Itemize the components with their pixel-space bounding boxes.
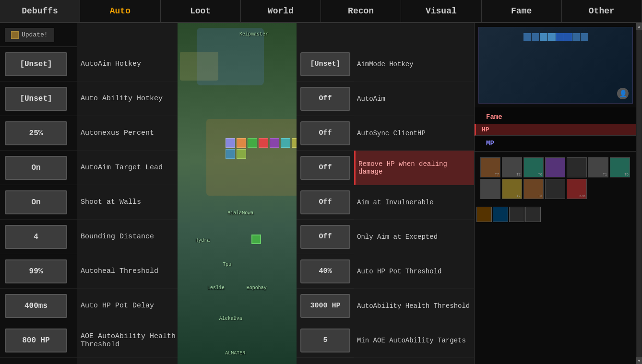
scroll-down-arrow[interactable]: ▼: [636, 357, 642, 364]
equip-slot-5[interactable]: T1: [588, 157, 608, 177]
right-val-btn-1[interactable]: Off: [300, 87, 350, 111]
right-label-row-1: AutoAim: [354, 82, 474, 116]
tab-loot[interactable]: Loot: [161, 0, 241, 22]
tab-other[interactable]: Other: [562, 0, 642, 22]
right-label-text-2: AutoSync ClientHP: [354, 129, 426, 137]
buff-icon-3: [509, 207, 524, 222]
equip-slot-3[interactable]: [545, 157, 565, 177]
left-val-row-6: 99%: [0, 254, 77, 289]
sprite-9: [226, 149, 235, 159]
left-val-btn-1[interactable]: [Unset]: [5, 87, 67, 111]
left-value-rows: [Unset][Unset]25%OnOn499%400ms800 HP: [0, 47, 77, 358]
right-label-row-3: Remove HP when dealing damage: [354, 151, 474, 185]
right-labels-column: AimMode HotkeyAutoAimAutoSync ClientHPRe…: [354, 23, 474, 364]
right-val-btn-2[interactable]: Off: [300, 121, 350, 145]
right-val-btn-3[interactable]: Off: [300, 156, 350, 180]
right-label-text-1: AutoAim: [354, 95, 385, 103]
mp-section: MP: [475, 136, 637, 152]
buff-icon-2: [493, 207, 508, 222]
equip-slot-10[interactable]: [545, 179, 565, 199]
right-val-btn-7[interactable]: 3000 HP: [300, 294, 350, 318]
tab-debuffs[interactable]: Debuffs: [0, 0, 80, 22]
equip-slot-2[interactable]: T6: [523, 157, 544, 177]
equip-slot-8[interactable]: T7: [502, 179, 522, 199]
tab-auto[interactable]: Auto: [80, 0, 160, 22]
right-label-row-0: AimMode Hotkey: [354, 47, 474, 82]
left-val-btn-8[interactable]: 800 HP: [5, 329, 67, 352]
map-patch-sand: [180, 52, 218, 81]
left-val-btn-2[interactable]: 25%: [5, 121, 67, 145]
equipment-grid: T7T2T6T1T6T7T36/6: [477, 154, 634, 202]
left-val-btn-7[interactable]: 400ms: [5, 294, 67, 318]
map-name-hydra: Hydra: [195, 238, 210, 243]
sprite-7: [292, 138, 297, 148]
left-val-row-5: 4: [0, 220, 77, 254]
sprite-3: [248, 138, 257, 148]
left-label-rows: AutoAim HotkeyAuto Ability HotkeyAutonex…: [77, 47, 178, 358]
left-val-btn-6[interactable]: 99%: [5, 259, 67, 283]
equip-slot-9[interactable]: T3: [523, 179, 544, 199]
left-val-row-2: 25%: [0, 116, 77, 151]
right-value-rows: [Unset]OffOffOffOffOff40%3000 HP5: [297, 47, 354, 358]
equip-slot-1[interactable]: T2: [502, 157, 522, 177]
right-val-row-8: 5: [297, 323, 354, 358]
left-label-text-2: Autonexus Percent: [77, 129, 154, 137]
right-label-text-0: AimMode Hotkey: [354, 60, 414, 68]
equip-slot-0[interactable]: T7: [480, 157, 500, 177]
update-icon: [11, 31, 19, 39]
equip-tier-6: T6: [625, 173, 629, 176]
mp-label: MP: [480, 138, 631, 149]
tab-other-label: Other: [589, 6, 615, 16]
tab-auto-label: Auto: [110, 6, 131, 16]
tab-recon[interactable]: Recon: [321, 0, 401, 22]
equip-slot-7[interactable]: [480, 179, 500, 199]
left-label-text-6: Autoheal Threshold: [77, 267, 158, 275]
right-val-btn-0[interactable]: [Unset]: [300, 52, 350, 76]
left-val-btn-5[interactable]: 4: [5, 225, 67, 249]
equip-slot-6[interactable]: T6: [610, 157, 630, 177]
map-name-kelpmaster: Kelpmaster: [239, 32, 268, 37]
tab-visual[interactable]: Visual: [401, 0, 481, 22]
fame-label: Fame: [480, 109, 631, 122]
left-label-text-1: Auto Ability Hotkey: [77, 94, 163, 103]
update-button[interactable]: Update!: [5, 28, 54, 42]
buff-icon-1: [476, 207, 492, 222]
right-val-row-3: Off: [297, 151, 354, 185]
right-val-row-5: Off: [297, 220, 354, 254]
tab-world[interactable]: World: [241, 0, 321, 22]
left-label-row-4: Shoot at Walls: [77, 185, 178, 220]
far-right-panel: ▲ ▼ 👤: [474, 23, 642, 364]
right-val-btn-4[interactable]: Off: [300, 190, 350, 214]
left-label-row-3: AutoAim Target Lead: [77, 151, 178, 185]
sprite-1: [226, 138, 235, 148]
right-label-text-4: Aim at Invulnerable: [354, 199, 434, 206]
left-val-row-1: [Unset]: [0, 82, 77, 116]
right-val-btn-8[interactable]: 5: [300, 329, 350, 352]
right-values-column: [Unset]OffOffOffOffOff40%3000 HP5: [297, 23, 354, 364]
left-label-text-5: Bounding Distance: [77, 233, 154, 241]
equipment-area: T7T2T6T1T6T7T36/6: [475, 152, 637, 205]
scroll-track[interactable]: [637, 30, 642, 357]
equip-slot-4[interactable]: [567, 157, 587, 177]
scrollbar[interactable]: ▲ ▼: [636, 23, 642, 364]
left-val-btn-3[interactable]: On: [5, 156, 67, 180]
char-display-area: 👤: [475, 23, 637, 107]
map-name-bialamowa: BialaMowa: [227, 211, 253, 216]
right-val-row-7: 3000 HP: [297, 289, 354, 323]
right-label-row-4: Aim at Invulnerable: [354, 185, 474, 220]
right-label-row-7: AutoAbility Health Threshold: [354, 289, 474, 323]
right-val-btn-6[interactable]: 40%: [300, 259, 350, 283]
left-val-btn-4[interactable]: On: [5, 190, 67, 214]
left-label-text-7: Auto HP Pot Delay: [77, 302, 154, 310]
scroll-up-arrow[interactable]: ▲: [636, 23, 642, 30]
sprite-5: [270, 138, 279, 148]
left-label-row-1: Auto Ability Hotkey: [77, 82, 178, 116]
left-val-row-7: 400ms: [0, 289, 77, 323]
tab-fame[interactable]: Fame: [482, 0, 562, 22]
map-name-almater: ALMATER: [225, 351, 245, 356]
equip-slot-11[interactable]: 6/6: [567, 179, 587, 199]
left-val-btn-0[interactable]: [Unset]: [5, 52, 67, 76]
left-val-row-0: [Unset]: [0, 47, 77, 82]
tab-recon-label: Recon: [348, 6, 374, 16]
right-val-btn-5[interactable]: Off: [300, 225, 350, 249]
